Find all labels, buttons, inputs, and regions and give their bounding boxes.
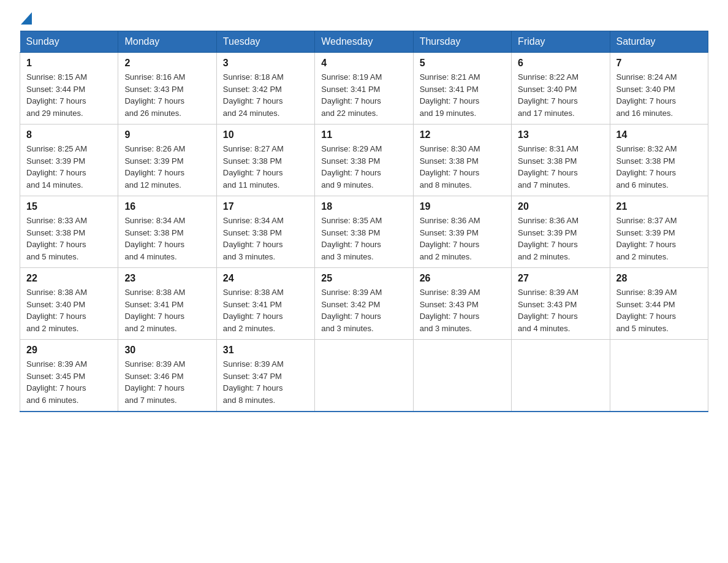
day-number: 19 (420, 201, 505, 212)
day-number: 30 (124, 345, 210, 356)
day-number: 23 (124, 273, 210, 284)
day-number: 7 (616, 58, 702, 69)
calendar-cell: 27 Sunrise: 8:39 AM Sunset: 3:43 PM Dayl… (512, 268, 610, 340)
day-number: 18 (321, 201, 406, 212)
day-info: Sunrise: 8:31 AM Sunset: 3:38 PM Dayligh… (518, 143, 603, 191)
day-number: 3 (223, 58, 308, 69)
day-number: 8 (26, 129, 112, 140)
day-number: 13 (518, 129, 603, 140)
day-info: Sunrise: 8:38 AM Sunset: 3:41 PM Dayligh… (124, 286, 210, 334)
logo (20, 15, 32, 25)
day-number: 29 (26, 345, 112, 356)
calendar-cell: 24 Sunrise: 8:38 AM Sunset: 3:41 PM Dayl… (216, 268, 314, 340)
calendar-cell: 30 Sunrise: 8:39 AM Sunset: 3:46 PM Dayl… (118, 340, 216, 412)
day-info: Sunrise: 8:39 AM Sunset: 3:45 PM Dayligh… (26, 358, 112, 406)
day-info: Sunrise: 8:39 AM Sunset: 3:43 PM Dayligh… (518, 286, 603, 334)
day-number: 24 (223, 273, 308, 284)
calendar-cell: 3 Sunrise: 8:18 AM Sunset: 3:42 PM Dayli… (216, 53, 314, 124)
calendar-cell: 4 Sunrise: 8:19 AM Sunset: 3:41 PM Dayli… (315, 53, 413, 124)
day-number: 5 (420, 58, 505, 69)
calendar-cell: 8 Sunrise: 8:25 AM Sunset: 3:39 PM Dayli… (20, 124, 118, 196)
weekday-header-saturday: Saturday (610, 31, 708, 53)
day-info: Sunrise: 8:21 AM Sunset: 3:41 PM Dayligh… (420, 71, 505, 119)
weekday-header-tuesday: Tuesday (216, 31, 314, 53)
day-info: Sunrise: 8:24 AM Sunset: 3:40 PM Dayligh… (616, 71, 702, 119)
page-header (20, 15, 708, 25)
day-info: Sunrise: 8:18 AM Sunset: 3:42 PM Dayligh… (223, 71, 308, 119)
day-info: Sunrise: 8:35 AM Sunset: 3:38 PM Dayligh… (321, 215, 406, 262)
logo-triangle-icon (21, 12, 32, 25)
day-number: 2 (124, 58, 210, 69)
calendar-cell (512, 340, 610, 412)
day-info: Sunrise: 8:34 AM Sunset: 3:38 PM Dayligh… (124, 215, 210, 262)
weekday-header-thursday: Thursday (413, 31, 511, 53)
calendar-cell (315, 340, 413, 412)
day-info: Sunrise: 8:16 AM Sunset: 3:43 PM Dayligh… (124, 71, 210, 119)
calendar-cell: 15 Sunrise: 8:33 AM Sunset: 3:38 PM Dayl… (20, 196, 118, 268)
svg-marker-0 (21, 12, 32, 25)
calendar-cell: 31 Sunrise: 8:39 AM Sunset: 3:47 PM Dayl… (216, 340, 314, 412)
day-info: Sunrise: 8:33 AM Sunset: 3:38 PM Dayligh… (26, 215, 112, 262)
day-number: 12 (420, 129, 505, 140)
day-number: 26 (420, 273, 505, 284)
calendar-cell: 23 Sunrise: 8:38 AM Sunset: 3:41 PM Dayl… (118, 268, 216, 340)
calendar-cell: 7 Sunrise: 8:24 AM Sunset: 3:40 PM Dayli… (610, 53, 708, 124)
weekday-header-sunday: Sunday (20, 31, 118, 53)
weekday-header-row: SundayMondayTuesdayWednesdayThursdayFrid… (20, 31, 708, 53)
week-row-4: 22 Sunrise: 8:38 AM Sunset: 3:40 PM Dayl… (20, 268, 708, 340)
calendar-cell: 12 Sunrise: 8:30 AM Sunset: 3:38 PM Dayl… (413, 124, 511, 196)
weekday-header-friday: Friday (512, 31, 610, 53)
day-number: 6 (518, 58, 603, 69)
day-info: Sunrise: 8:25 AM Sunset: 3:39 PM Dayligh… (26, 143, 112, 191)
day-number: 27 (518, 273, 603, 284)
day-info: Sunrise: 8:29 AM Sunset: 3:38 PM Dayligh… (321, 143, 406, 191)
calendar-cell: 14 Sunrise: 8:32 AM Sunset: 3:38 PM Dayl… (610, 124, 708, 196)
week-row-3: 15 Sunrise: 8:33 AM Sunset: 3:38 PM Dayl… (20, 196, 708, 268)
calendar-cell: 6 Sunrise: 8:22 AM Sunset: 3:40 PM Dayli… (512, 53, 610, 124)
day-number: 16 (124, 201, 210, 212)
day-info: Sunrise: 8:19 AM Sunset: 3:41 PM Dayligh… (321, 71, 406, 119)
day-number: 28 (616, 273, 702, 284)
calendar-cell: 2 Sunrise: 8:16 AM Sunset: 3:43 PM Dayli… (118, 53, 216, 124)
weekday-header-monday: Monday (118, 31, 216, 53)
calendar-table: SundayMondayTuesdayWednesdayThursdayFrid… (20, 31, 708, 412)
calendar-cell: 17 Sunrise: 8:34 AM Sunset: 3:38 PM Dayl… (216, 196, 314, 268)
day-info: Sunrise: 8:32 AM Sunset: 3:38 PM Dayligh… (616, 143, 702, 191)
calendar-cell (413, 340, 511, 412)
day-info: Sunrise: 8:39 AM Sunset: 3:42 PM Dayligh… (321, 286, 406, 334)
calendar-cell: 13 Sunrise: 8:31 AM Sunset: 3:38 PM Dayl… (512, 124, 610, 196)
day-info: Sunrise: 8:36 AM Sunset: 3:39 PM Dayligh… (518, 215, 603, 262)
day-number: 1 (26, 58, 112, 69)
day-number: 25 (321, 273, 406, 284)
day-number: 17 (223, 201, 308, 212)
day-info: Sunrise: 8:34 AM Sunset: 3:38 PM Dayligh… (223, 215, 308, 262)
day-number: 22 (26, 273, 112, 284)
day-info: Sunrise: 8:37 AM Sunset: 3:39 PM Dayligh… (616, 215, 702, 262)
day-number: 4 (321, 58, 406, 69)
calendar-cell: 25 Sunrise: 8:39 AM Sunset: 3:42 PM Dayl… (315, 268, 413, 340)
calendar-cell: 9 Sunrise: 8:26 AM Sunset: 3:39 PM Dayli… (118, 124, 216, 196)
day-info: Sunrise: 8:39 AM Sunset: 3:43 PM Dayligh… (420, 286, 505, 334)
calendar-cell: 21 Sunrise: 8:37 AM Sunset: 3:39 PM Dayl… (610, 196, 708, 268)
calendar-cell: 29 Sunrise: 8:39 AM Sunset: 3:45 PM Dayl… (20, 340, 118, 412)
week-row-2: 8 Sunrise: 8:25 AM Sunset: 3:39 PM Dayli… (20, 124, 708, 196)
calendar-cell: 19 Sunrise: 8:36 AM Sunset: 3:39 PM Dayl… (413, 196, 511, 268)
calendar-cell: 18 Sunrise: 8:35 AM Sunset: 3:38 PM Dayl… (315, 196, 413, 268)
week-row-5: 29 Sunrise: 8:39 AM Sunset: 3:45 PM Dayl… (20, 340, 708, 412)
calendar-cell: 28 Sunrise: 8:39 AM Sunset: 3:44 PM Dayl… (610, 268, 708, 340)
day-number: 10 (223, 129, 308, 140)
day-info: Sunrise: 8:30 AM Sunset: 3:38 PM Dayligh… (420, 143, 505, 191)
day-number: 21 (616, 201, 702, 212)
day-number: 9 (124, 129, 210, 140)
day-info: Sunrise: 8:39 AM Sunset: 3:46 PM Dayligh… (124, 358, 210, 406)
day-number: 15 (26, 201, 112, 212)
day-info: Sunrise: 8:39 AM Sunset: 3:44 PM Dayligh… (616, 286, 702, 334)
weekday-header-wednesday: Wednesday (315, 31, 413, 53)
calendar-cell: 20 Sunrise: 8:36 AM Sunset: 3:39 PM Dayl… (512, 196, 610, 268)
calendar-cell (610, 340, 708, 412)
day-number: 11 (321, 129, 406, 140)
calendar-cell: 16 Sunrise: 8:34 AM Sunset: 3:38 PM Dayl… (118, 196, 216, 268)
day-info: Sunrise: 8:26 AM Sunset: 3:39 PM Dayligh… (124, 143, 210, 191)
day-info: Sunrise: 8:22 AM Sunset: 3:40 PM Dayligh… (518, 71, 603, 119)
day-number: 20 (518, 201, 603, 212)
